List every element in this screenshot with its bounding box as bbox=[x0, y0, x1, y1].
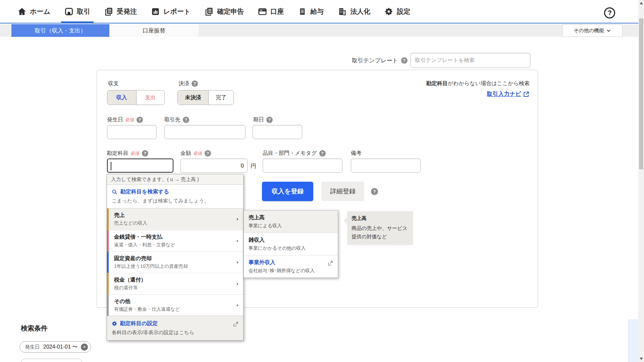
partner-input[interactable] bbox=[164, 125, 246, 139]
submenu-misc-income[interactable]: 雑収入 事業にかかるその他の収入 bbox=[244, 233, 338, 255]
chevron-right-icon bbox=[235, 282, 240, 286]
orders-icon bbox=[104, 7, 113, 16]
nav-item-tax-return[interactable]: 確定申告 bbox=[200, 0, 249, 23]
due-date-label: 期日 ? bbox=[253, 116, 273, 123]
category-fixed-asset-sale[interactable]: 固定資産の売却 1年以上使う10万円以上の資産売却 bbox=[107, 251, 243, 273]
expense-toggle-option[interactable]: 支出 bbox=[136, 90, 165, 105]
item-tags-input[interactable] bbox=[263, 159, 342, 173]
other-functions-button[interactable]: その他の機能 bbox=[562, 24, 623, 37]
other-functions-label: その他の機能 bbox=[574, 27, 604, 34]
chevron-right-icon bbox=[235, 239, 240, 243]
nav-item-payroll[interactable]: 給与 bbox=[293, 0, 328, 23]
nav-label: 法人化 bbox=[350, 7, 370, 16]
sales-revenue-tooltip: 売上高 商品の売上や、サービス提供の対価など bbox=[347, 211, 413, 245]
chevron-right-icon bbox=[235, 217, 240, 222]
scrollbar-thumb[interactable] bbox=[639, 18, 643, 169]
account-item-settings[interactable]: 勘定科目の設定 各科目の表示/非表示の設定はこちら bbox=[107, 316, 243, 340]
nav-label: 設定 bbox=[397, 7, 410, 16]
nav-label: レポート bbox=[163, 7, 191, 16]
category-tax-refund[interactable]: 税金（還付） 税の還付等 bbox=[107, 273, 243, 294]
detail-register-button[interactable]: 詳細登録 bbox=[321, 182, 364, 201]
account-item-dropdown: 入力して検索できます。( u → 売上高 ) 勘定科目を検索する こまったら、ま… bbox=[107, 174, 244, 341]
nav-item-orders[interactable]: 受発注 bbox=[100, 0, 142, 23]
nav-label: 給与 bbox=[310, 7, 324, 16]
dropdown-search-subtext: こまったら、まずは検索してみましょう。 bbox=[112, 198, 238, 204]
partial-filter-chip[interactable] bbox=[21, 359, 83, 362]
amount-label: 金額必須 ? bbox=[180, 150, 211, 157]
dropdown-search-section: 勘定科目を検索する こまったら、まずは検索してみましょう。 bbox=[107, 185, 243, 208]
partner-label: 取引先 ? bbox=[164, 116, 189, 123]
tax-return-icon bbox=[205, 7, 214, 16]
amount-value: 0 bbox=[241, 159, 244, 173]
help-icon[interactable]: ? bbox=[604, 7, 615, 18]
scroll-up-arrow-icon[interactable] bbox=[640, 2, 643, 4]
currency-unit: 円 bbox=[251, 162, 256, 170]
external-link-icon bbox=[523, 91, 530, 98]
search-icon bbox=[112, 189, 118, 195]
due-date-input[interactable] bbox=[253, 125, 302, 139]
incorporation-icon bbox=[338, 7, 347, 16]
memo-label: 備考 bbox=[351, 150, 362, 157]
app-window: ホーム 取引 受発注 レポート 確定申告 口座 給与 法人化 bbox=[0, 0, 644, 362]
income-toggle-option[interactable]: 収入 bbox=[107, 90, 136, 105]
income-expense-toggle: 収入 支出 bbox=[107, 90, 165, 105]
reports-icon bbox=[151, 7, 160, 16]
settlement-label: 決済 ? bbox=[178, 80, 198, 87]
memo-input[interactable] bbox=[351, 159, 421, 173]
chip-value: 2024-01-01 〜 bbox=[43, 344, 77, 351]
settlement-help-icon[interactable]: ? bbox=[192, 80, 198, 87]
submenu-non-business-income[interactable]: 事業外収入 会社給与･株･雑所得などの収入 bbox=[244, 255, 338, 278]
accounts-icon bbox=[258, 7, 267, 16]
category-sales[interactable]: 売上 売上などの収入 bbox=[107, 208, 243, 230]
amount-help-icon[interactable]: ? bbox=[205, 150, 211, 157]
nav-item-transactions[interactable]: 取引 bbox=[60, 0, 95, 23]
close-icon[interactable]: ✕ bbox=[81, 344, 88, 351]
search-conditions-title: 検索条件 bbox=[21, 324, 48, 333]
tab-account-transfer[interactable]: 口座振替 bbox=[109, 24, 199, 37]
transactions-icon bbox=[64, 7, 73, 16]
page-edge-strip bbox=[628, 319, 638, 362]
nav-label: 口座 bbox=[270, 7, 284, 16]
transaction-template-label: 取引テンプレート bbox=[352, 57, 398, 64]
category-loans-temporary-payments[interactable]: 金銭貸借・一時支払 返還・借入・利息・立替など bbox=[107, 230, 243, 251]
top-navbar: ホーム 取引 受発注 レポート 確定申告 口座 給与 法人化 bbox=[0, 0, 644, 23]
item-tags-help-icon[interactable]: ? bbox=[319, 150, 326, 157]
partner-help-icon[interactable]: ? bbox=[183, 117, 189, 123]
gear-icon bbox=[112, 321, 117, 326]
template-search-input[interactable] bbox=[411, 53, 530, 68]
sales-submenu: 売上高 事業による収入 雑収入 事業にかかるその他の収入 事業外収入 会社給与･… bbox=[244, 210, 338, 278]
home-icon bbox=[17, 7, 26, 16]
account-item-label: 勘定科目必須 ? bbox=[107, 150, 148, 157]
settlement-toggle: 未決済 完了 bbox=[177, 90, 234, 105]
text-caret bbox=[111, 162, 111, 170]
amount-input[interactable]: 0 bbox=[180, 159, 248, 173]
nav-item-accounts[interactable]: 口座 bbox=[253, 0, 288, 23]
item-tags-label: 品目・部門・メモタグ ? bbox=[263, 150, 326, 157]
search-account-items-link[interactable]: 勘定科目を検索する bbox=[112, 188, 238, 195]
nav-label: 確定申告 bbox=[217, 7, 244, 16]
income-expense-label: 収支 bbox=[108, 80, 119, 87]
date-filter-chip: 発生日 2024-01-01 〜 ✕ bbox=[19, 341, 91, 353]
date-help-icon[interactable]: ? bbox=[137, 117, 143, 123]
nav-item-incorporation[interactable]: 法人化 bbox=[333, 0, 375, 23]
category-others[interactable]: その他 有価証券・敷金・仕入返還など bbox=[107, 294, 243, 316]
due-date-help-icon[interactable]: ? bbox=[266, 117, 273, 123]
chevron-right-icon bbox=[235, 303, 240, 308]
transaction-input-navi-link[interactable]: 取引入力ナビ bbox=[487, 90, 530, 98]
settled-toggle-option[interactable]: 完了 bbox=[208, 90, 233, 105]
register-income-button[interactable]: 収入を登録 bbox=[262, 182, 313, 201]
scrollbar[interactable] bbox=[638, 0, 644, 362]
date-input[interactable] bbox=[107, 125, 157, 139]
submenu-sales-revenue[interactable]: 売上高 事業による収入 bbox=[244, 210, 338, 233]
nav-item-reports[interactable]: レポート bbox=[146, 0, 195, 23]
unsettled-toggle-option[interactable]: 未決済 bbox=[178, 90, 208, 105]
account-help-icon[interactable]: ? bbox=[142, 150, 148, 157]
nav-item-settings[interactable]: 設定 bbox=[380, 0, 415, 23]
tab-transactions-income-expense[interactable]: 取引（収入・支出） bbox=[11, 24, 109, 37]
register-help-icon[interactable]: ? bbox=[371, 188, 378, 195]
account-item-input[interactable] bbox=[107, 159, 173, 173]
template-help-icon[interactable]: ? bbox=[401, 57, 408, 64]
scroll-down-arrow-icon[interactable] bbox=[640, 358, 643, 360]
nav-label: ホーム bbox=[30, 7, 50, 16]
nav-item-home[interactable]: ホーム bbox=[13, 0, 55, 23]
